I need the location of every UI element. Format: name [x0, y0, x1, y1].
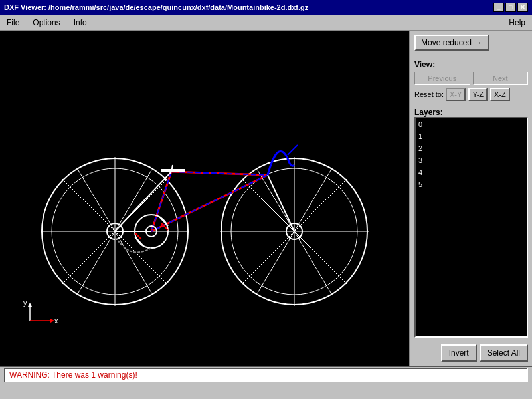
- menu-help[interactable]: Help: [505, 17, 529, 29]
- svg-line-29: [258, 231, 294, 293]
- reset-label: Reset to:: [414, 90, 444, 98]
- yz-button[interactable]: Y-Z: [468, 88, 488, 101]
- next-button[interactable]: Next: [473, 72, 529, 85]
- main-area: y x Move reduced → View: Previous Next: [0, 31, 532, 366]
- layer-item-5[interactable]: 5: [416, 178, 527, 190]
- svg-line-26: [258, 170, 294, 231]
- svg-text:x: x: [54, 317, 58, 325]
- invert-button[interactable]: Invert: [441, 344, 477, 362]
- layers-list[interactable]: 0 1 2 3 4 5: [414, 117, 528, 338]
- svg-line-23: [294, 231, 347, 284]
- xy-button[interactable]: X-Y: [446, 88, 466, 101]
- window-controls: _ □ ✕: [493, 3, 528, 12]
- view-label: View:: [414, 60, 528, 69]
- bike-drawing: [19, 72, 391, 325]
- previous-button[interactable]: Previous: [414, 72, 470, 85]
- xz-button[interactable]: X-Z: [490, 88, 510, 101]
- move-reduced-button[interactable]: Move reduced →: [414, 35, 489, 51]
- svg-line-25: [242, 231, 294, 284]
- view-section: View: Previous Next Reset to: X-Y Y-Z X-…: [414, 57, 528, 101]
- svg-line-39: [288, 145, 298, 155]
- reset-row: Reset to: X-Y Y-Z X-Z: [414, 88, 528, 101]
- title-bar: DXF Viewer: /home/rammi/src/java/de/esca…: [0, 0, 532, 15]
- minimize-button[interactable]: _: [493, 3, 504, 12]
- menu-options[interactable]: Options: [29, 17, 64, 29]
- layer-item-1[interactable]: 1: [416, 130, 527, 142]
- svg-line-37: [115, 172, 171, 231]
- svg-marker-52: [28, 303, 32, 307]
- svg-line-22: [242, 179, 294, 231]
- status-bar: WARNING: There was 1 warning(s)!: [0, 366, 532, 383]
- svg-text:y: y: [23, 299, 27, 307]
- layers-section: Layers: 0 1 2 3 4 5: [414, 105, 528, 338]
- svg-line-24: [294, 179, 347, 231]
- maximize-button[interactable]: □: [505, 3, 516, 12]
- svg-line-12: [115, 231, 151, 293]
- svg-line-10: [62, 231, 115, 284]
- select-all-button[interactable]: Select All: [480, 344, 528, 362]
- bottom-buttons: Invert Select All: [414, 344, 528, 362]
- svg-line-38: [268, 175, 294, 231]
- layer-item-4[interactable]: 4: [416, 166, 527, 178]
- layer-item-2[interactable]: 2: [416, 142, 527, 154]
- svg-line-44: [135, 237, 143, 246]
- close-button[interactable]: ✕: [517, 3, 528, 12]
- svg-line-14: [78, 231, 115, 293]
- svg-line-27: [294, 231, 331, 293]
- canvas-area[interactable]: y x: [0, 31, 409, 366]
- menu-file[interactable]: File: [3, 17, 23, 29]
- layer-item-3[interactable]: 3: [416, 154, 527, 166]
- menu-info[interactable]: Info: [70, 17, 91, 29]
- svg-line-7: [62, 179, 115, 231]
- right-panel: Move reduced → View: Previous Next Reset…: [409, 31, 532, 366]
- svg-line-11: [78, 170, 115, 231]
- status-text: WARNING: There was 1 warning(s)!: [4, 368, 528, 382]
- svg-line-28: [294, 170, 331, 231]
- title-text: DXF Viewer: /home/rammi/src/java/de/esca…: [4, 3, 308, 11]
- axis-indicator: y x: [20, 297, 60, 332]
- menu-bar: File Options Info Help: [0, 15, 532, 31]
- layer-item-0[interactable]: 0: [416, 118, 527, 130]
- svg-line-13: [115, 170, 151, 231]
- view-prev-next-row: Previous Next: [414, 72, 528, 85]
- layers-label: Layers:: [414, 108, 528, 117]
